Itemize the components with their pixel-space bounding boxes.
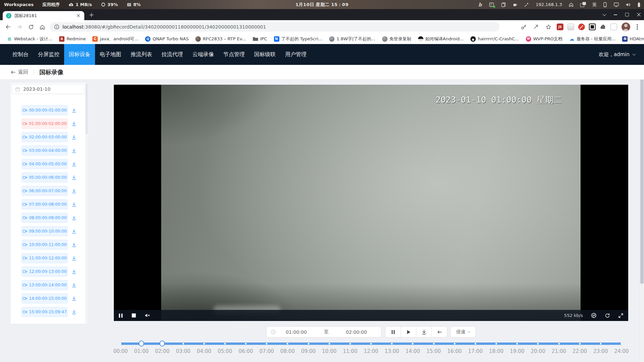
player-refresh-button[interactable] xyxy=(605,313,610,318)
segment-button[interactable]: 02:00:00-03:00:00 xyxy=(21,132,68,142)
segment-download-button[interactable] xyxy=(70,228,78,235)
segment-download-button[interactable] xyxy=(70,160,78,168)
segment-button[interactable]: 08:00:00-09:00:00 xyxy=(21,213,68,223)
segment-download-button[interactable] xyxy=(70,201,78,208)
segment-button[interactable]: 03:00:00-04:00:00 xyxy=(21,146,68,156)
window-close-icon[interactable] xyxy=(637,13,641,16)
reload-button[interactable] xyxy=(27,23,35,31)
back-button[interactable] xyxy=(4,23,12,31)
nav-item-7[interactable]: 云端录像 xyxy=(188,44,219,65)
browser-menu-icon[interactable] xyxy=(637,26,638,28)
timeline-handle[interactable] xyxy=(159,340,165,347)
app-indicator-icon[interactable] xyxy=(489,2,495,7)
nav-item-3[interactable]: 国标设备 xyxy=(64,44,95,65)
clipboard-copy-icon[interactable] xyxy=(501,2,506,7)
nav-item-4[interactable]: 电子地图 xyxy=(95,44,126,65)
bookmark-item[interactable]: WWVP-PRO文档 xyxy=(523,35,565,43)
segment-button[interactable]: 09:00:00-10:00:00 xyxy=(21,226,68,236)
segment-button[interactable]: 10:00:00-11:00:00 xyxy=(21,240,68,250)
share-icon[interactable] xyxy=(532,23,540,31)
applications-button[interactable]: 应用程序 xyxy=(42,2,60,8)
segment-button[interactable]: 07:00:00-08:00:00 xyxy=(21,199,68,209)
bookmark-item[interactable]: hairrrrr/C-CrashC... xyxy=(468,35,522,43)
download-extension-icon[interactable] xyxy=(567,24,574,30)
browser-tab[interactable]: 国标28181 xyxy=(3,11,84,20)
profile-avatar[interactable] xyxy=(622,23,630,31)
nav-item-8[interactable]: 节点管理 xyxy=(219,44,249,65)
segment-button[interactable]: 13:00:00-14:00:00 xyxy=(21,280,68,290)
js-extension-icon[interactable]: JS xyxy=(557,24,563,30)
range-start-input[interactable]: 01:00:00 xyxy=(276,329,317,335)
pause-button[interactable] xyxy=(385,326,401,337)
bookmark-star-icon[interactable] xyxy=(544,23,552,31)
volume-icon[interactable] xyxy=(626,2,631,7)
bookmark-item[interactable]: RFC2833 – RTP Ev... xyxy=(193,35,249,43)
segment-button[interactable]: 00:00:00-01:00:00 xyxy=(21,105,68,115)
segment-download-button[interactable] xyxy=(70,187,78,195)
capture-extension-icon[interactable] xyxy=(610,24,617,30)
password-key-icon[interactable] xyxy=(519,23,527,31)
segment-download-button[interactable] xyxy=(70,295,78,302)
window-switcher-icon[interactable] xyxy=(580,2,586,7)
bookmark-item[interactable]: Cjava、android可... xyxy=(90,35,141,43)
bookmark-item[interactable]: 免登录复制 xyxy=(379,35,414,43)
bing-icon[interactable]: b xyxy=(478,2,482,7)
player-pause-button[interactable] xyxy=(119,313,123,318)
fullscreen-button[interactable] xyxy=(618,313,624,318)
segment-download-button[interactable] xyxy=(70,147,78,154)
input-method-indicator[interactable]: 英 xyxy=(592,2,597,8)
nav-item-1[interactable]: 控制台 xyxy=(8,44,33,65)
user-menu[interactable]: 欢迎，admin xyxy=(599,51,635,58)
home-icon[interactable] xyxy=(568,2,574,7)
play-button[interactable] xyxy=(401,326,416,337)
bookmark-item[interactable]: 1.8W字|了不起的... xyxy=(326,35,378,43)
date-picker[interactable]: 2023-01-10 xyxy=(11,84,85,94)
phone-link-icon[interactable] xyxy=(603,2,607,7)
segment-button[interactable]: 15:00:00-15:09:47 xyxy=(21,307,68,317)
back-link[interactable]: 返回 xyxy=(10,69,28,75)
url-bar[interactable]: localhost:38080/#/gbRecordDetail/3402000… xyxy=(50,22,500,32)
ip-indicator[interactable]: 192.168.1.3 xyxy=(536,2,562,7)
home-button[interactable] xyxy=(38,23,46,31)
segment-button[interactable]: 04:00:00-05:00:00 xyxy=(21,159,68,169)
frame-extension-icon[interactable] xyxy=(589,24,596,30)
battery-icon[interactable] xyxy=(637,2,641,7)
segment-button[interactable]: 06:00:00-07:00:00 xyxy=(21,186,68,196)
nav-item-10[interactable]: 用户管理 xyxy=(280,44,311,65)
segment-download-button[interactable] xyxy=(70,308,78,316)
site-info-icon[interactable] xyxy=(54,24,59,30)
segment-download-button[interactable] xyxy=(70,107,78,114)
segment-download-button[interactable] xyxy=(70,214,78,222)
timeline-track-area[interactable]: 00:0001:0002:0003:0004:0005:0006:0007:00… xyxy=(121,338,622,356)
nav-item-9[interactable]: 国标级联 xyxy=(249,44,280,65)
bookmark-item[interactable]: ☁服务器 - 轻量应用... xyxy=(566,35,618,43)
segment-download-button[interactable] xyxy=(70,241,78,248)
player-mute-button[interactable] xyxy=(145,313,150,318)
tab-close-icon[interactable] xyxy=(76,13,81,18)
window-maximize-icon[interactable] xyxy=(625,13,629,16)
adblock-extension-icon[interactable] xyxy=(578,24,585,30)
segment-button[interactable]: 14:00:00-15:00:00 xyxy=(21,293,68,304)
sidebar-scrollbar[interactable] xyxy=(85,83,88,324)
segment-button[interactable]: 01:00:00-02:00:00 xyxy=(21,119,68,129)
timeline-handle[interactable] xyxy=(139,340,144,347)
snapshot-button[interactable] xyxy=(591,313,597,318)
player-stop-button[interactable] xyxy=(132,313,136,318)
playback-speed-dropdown[interactable]: 倍速 xyxy=(450,326,476,337)
bookmark-item[interactable]: IPC xyxy=(250,35,270,43)
segment-button[interactable]: 12:00:00-13:00:00 xyxy=(21,267,68,277)
window-minimize-icon[interactable] xyxy=(614,14,617,15)
bookmark-item[interactable]: NHDAtmos :: 种子 *... xyxy=(619,35,644,43)
color-picker-icon[interactable] xyxy=(524,2,529,7)
tab-search-chevron-icon[interactable] xyxy=(602,12,606,16)
page-scrollbar[interactable] xyxy=(640,80,644,362)
download-button[interactable] xyxy=(416,326,432,337)
segment-download-button[interactable] xyxy=(70,133,78,141)
display-icon[interactable] xyxy=(613,2,619,7)
segment-download-button[interactable] xyxy=(70,120,78,127)
clock-indicator[interactable]: 1月10日 星期二 15：09 xyxy=(295,2,349,8)
nav-item-5[interactable]: 推流列表 xyxy=(126,44,157,65)
workspaces-button[interactable]: Workspaces xyxy=(4,2,34,7)
coffee-cup-icon[interactable] xyxy=(512,2,518,7)
puzzle-extension-icon[interactable] xyxy=(600,24,606,30)
